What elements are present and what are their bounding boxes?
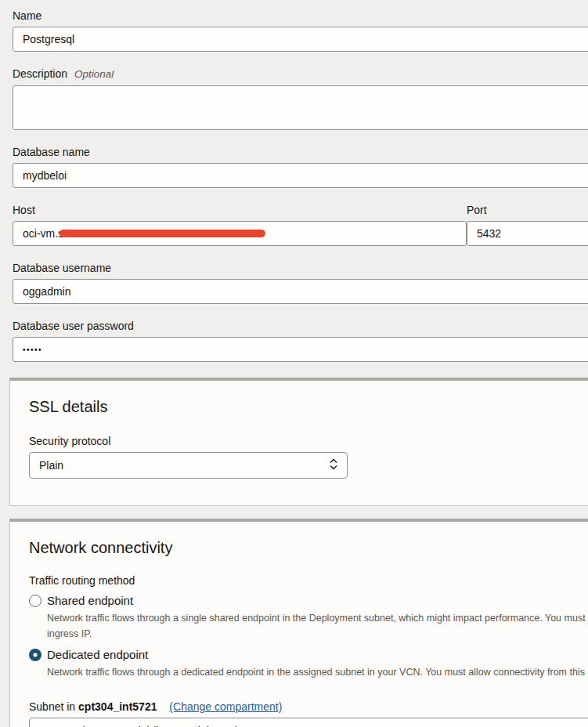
host-label: Host — [13, 204, 467, 216]
name-input[interactable]: Postgresql — [13, 27, 588, 52]
database-username-input[interactable]: oggadmin — [13, 279, 588, 304]
database-name-label: Database name — [13, 146, 588, 158]
network-connectivity-card: Network connectivity Traffic routing met… — [9, 519, 588, 727]
dedicated-endpoint-label: Dedicated endpoint — [47, 648, 148, 661]
database-username-label: Database username — [13, 262, 588, 274]
description-textarea[interactable] — [13, 85, 588, 130]
database-user-password-label: Database user password — [13, 320, 588, 332]
ssl-details-title: SSL details — [29, 397, 588, 416]
port-value: 5432 — [477, 227, 501, 240]
database-name-value: mydbeloi — [23, 169, 67, 182]
connection-form: Name Postgresql DescriptionOptional Data… — [0, 0, 588, 727]
dedicated-endpoint-option[interactable]: Dedicated endpoint — [29, 648, 588, 661]
port-input[interactable]: 5432 — [467, 221, 588, 246]
dedicated-endpoint-radio[interactable] — [29, 649, 41, 661]
shared-endpoint-option[interactable]: Shared endpoint — [29, 594, 588, 607]
redaction-bar — [60, 230, 265, 237]
ssl-details-card: SSL details Security protocol Plain — [9, 378, 588, 506]
host-input[interactable]: oci-vm.s — [13, 221, 467, 246]
host-value-visible: oci-vm.s — [23, 227, 63, 240]
description-field: DescriptionOptional — [13, 67, 588, 130]
security-protocol-label: Security protocol — [29, 435, 588, 447]
subnet-compartment-name: cpt304_int5721 — [78, 700, 157, 713]
database-name-input[interactable]: mydbeloi — [13, 163, 588, 188]
host-port-row: Host oci-vm.s Port 5432 — [13, 204, 588, 246]
database-user-password-input[interactable]: ••••• — [13, 337, 588, 362]
database-name-field: Database name mydbeloi — [13, 146, 588, 188]
name-field: Name Postgresql — [13, 9, 588, 52]
network-connectivity-title: Network connectivity — [29, 538, 588, 557]
database-username-field: Database username oggadmin — [13, 262, 588, 304]
security-protocol-select[interactable]: Plain — [29, 452, 348, 479]
subnet-select[interactable]: ubnet-VCNEloi (in VCNEloi VCN) — [29, 718, 588, 727]
database-user-password-field: Database user password ••••• — [13, 320, 588, 362]
optional-tag: Optional — [74, 68, 114, 80]
port-label: Port — [467, 204, 588, 216]
security-protocol-value: Plain — [39, 459, 63, 472]
name-label: Name — [13, 9, 588, 22]
change-compartment-link[interactable]: (Change compartment) — [169, 700, 282, 713]
subnet-label-line: Subnet in cpt304_int5721 (Change compart… — [29, 700, 588, 713]
dedicated-endpoint-description: Network traffic flows through a dedicate… — [47, 664, 588, 680]
shared-endpoint-description: Network traffic flows through a single s… — [47, 610, 588, 642]
name-value: Postgresql — [23, 33, 74, 45]
shared-endpoint-radio[interactable] — [29, 595, 41, 607]
port-field: Port 5432 — [467, 204, 588, 246]
host-field: Host oci-vm.s — [13, 204, 467, 246]
chevron-updown-icon — [329, 458, 338, 474]
description-label: DescriptionOptional — [13, 67, 588, 81]
traffic-routing-label: Traffic routing method — [29, 574, 588, 587]
shared-endpoint-label: Shared endpoint — [47, 594, 133, 607]
password-masked-value: ••••• — [23, 345, 42, 354]
database-username-value: oggadmin — [23, 285, 71, 298]
subnet-label-prefix: Subnet in — [29, 700, 75, 713]
card-padding — [29, 479, 588, 505]
